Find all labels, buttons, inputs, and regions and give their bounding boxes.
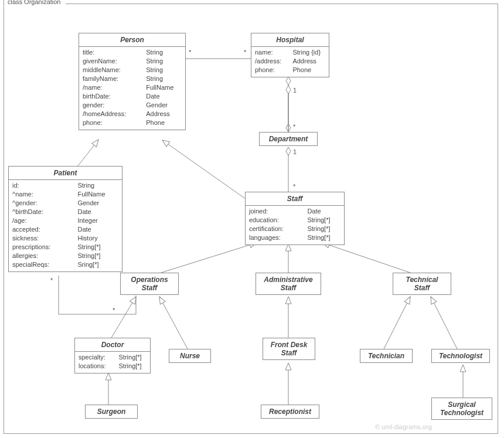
attr-row: specialty:String[*]: [79, 353, 147, 362]
attr-row: locations:String[*]: [79, 362, 147, 371]
attr-type: Date: [77, 208, 118, 216]
attr-name: phone:: [255, 66, 292, 74]
attr-row: /address:Address: [255, 57, 325, 66]
title-line1: Front Desk: [271, 341, 308, 349]
attr-row: languages:String[*]: [249, 233, 340, 242]
attr-name: prescriptions:: [12, 243, 77, 252]
class-attrs: title:StringgivenName:StringmiddleName:S…: [79, 47, 185, 130]
attr-row: ^birthDate:Date: [12, 208, 118, 216]
attr-type: Phone: [146, 118, 182, 127]
attr-type: String: [77, 181, 118, 190]
attr-type: String {id}: [292, 48, 325, 57]
attr-type: Date: [77, 225, 118, 234]
attr-row: familyName:String: [83, 74, 182, 83]
attr-row: middleName:String: [83, 66, 182, 74]
title-line2: Staff: [142, 284, 157, 292]
attr-type: String: [146, 48, 182, 57]
title-line2: Technologist: [440, 409, 483, 417]
attr-row: name:String {id}: [255, 48, 325, 57]
class-title: Surgical Technologist: [432, 398, 492, 419]
class-title: Front Desk Staff: [263, 338, 315, 359]
class-title: Technician: [360, 349, 412, 362]
class-patient: Patient id:String^name:FullName^gender:G…: [8, 166, 122, 272]
attr-name: sickness:: [12, 234, 77, 243]
attr-type: String: [146, 66, 182, 74]
title-line2: Staff: [281, 284, 296, 292]
attr-name: /address:: [255, 57, 292, 66]
attr-row: phone:Phone: [255, 66, 325, 74]
attr-row: ^name:FullName: [12, 190, 118, 199]
attr-row: givenName:String: [83, 57, 182, 66]
attr-name: specialReqs:: [12, 260, 77, 269]
attr-type: Gender: [146, 101, 182, 110]
attr-row: ^gender:Gender: [12, 199, 118, 208]
attr-row: title:String: [83, 48, 182, 57]
attr-type: String[*]: [77, 252, 118, 260]
attr-row: prescriptions:String[*]: [12, 243, 118, 252]
attr-row: accepted:Date: [12, 225, 118, 234]
class-title: Administrative Staff: [256, 273, 321, 294]
class-surgeon: Surgeon: [85, 405, 138, 419]
attr-name: allergies:: [12, 252, 77, 260]
class-technologist: Technologist: [431, 349, 490, 363]
attr-name: locations:: [79, 362, 119, 371]
attr-type: Address: [146, 110, 182, 118]
attr-name: birthDate:: [83, 92, 146, 101]
class-attrs: specialty:String[*]locations:String[*]: [75, 352, 150, 373]
attr-name: specialty:: [79, 353, 119, 362]
attr-name: /homeAddress:: [83, 110, 146, 118]
class-attrs: name:String {id}/address:Addressphone:Ph…: [251, 47, 329, 77]
attr-name: gender:: [83, 101, 146, 110]
class-title: Staff: [246, 192, 344, 206]
attr-name: ^name:: [12, 190, 77, 199]
attr-name: /age:: [12, 216, 77, 225]
attr-name: givenName:: [83, 57, 146, 66]
attr-name: accepted:: [12, 225, 77, 234]
class-technical-staff: Technical Staff: [393, 273, 451, 295]
attr-type: String[*]: [119, 362, 147, 371]
attr-name: ^birthDate:: [12, 208, 77, 216]
attr-name: languages:: [249, 233, 307, 242]
class-title: Receptionist: [261, 405, 319, 418]
attr-name: joined:: [249, 207, 307, 216]
attr-row: phone:Phone: [83, 118, 182, 127]
class-title: Department: [260, 133, 317, 145]
attr-row: gender:Gender: [83, 101, 182, 110]
class-department: Department: [259, 132, 318, 146]
title-line1: Administrative: [264, 276, 312, 284]
attr-type: Integer: [77, 216, 118, 225]
attr-name: name:: [255, 48, 292, 57]
attr-type: String[*]: [307, 216, 340, 225]
attr-type: FullName: [77, 190, 118, 199]
watermark: © uml-diagrams.org: [375, 423, 432, 430]
class-hospital: Hospital name:String {id}/address:Addres…: [251, 33, 329, 77]
attr-name: education:: [249, 216, 307, 225]
attr-name: id:: [12, 181, 77, 190]
class-title: Doctor: [75, 338, 150, 352]
class-title: Surgeon: [86, 405, 137, 418]
title-line2: Staff: [414, 284, 430, 292]
class-title: Operations Staff: [121, 273, 178, 294]
attr-row: /name:FullName: [83, 83, 182, 92]
attr-type: String[*]: [77, 243, 118, 252]
attr-row: specialReqs:Sring[*]: [12, 260, 118, 269]
class-doctor: Doctor specialty:String[*]locations:Stri…: [74, 338, 151, 374]
title-line1: Operations: [131, 276, 168, 284]
class-surgical-technologist: Surgical Technologist: [431, 398, 492, 420]
multiplicity: 1: [293, 148, 297, 155]
class-title: Person: [79, 33, 185, 47]
class-title: Technologist: [432, 349, 489, 362]
attr-row: certification:String[*]: [249, 225, 340, 233]
attr-row: /age:Integer: [12, 216, 118, 225]
attr-row: birthDate:Date: [83, 92, 182, 101]
class-title: Hospital: [251, 33, 329, 47]
attr-type: Date: [307, 207, 340, 216]
class-operations-staff: Operations Staff: [120, 273, 179, 295]
multiplicity: *: [244, 49, 246, 56]
multiplicity: *: [189, 49, 191, 56]
title-line1: Technical: [406, 276, 438, 284]
class-attrs: joined:Dateeducation:String[*]certificat…: [246, 206, 344, 245]
attr-type: Date: [146, 92, 182, 101]
attr-name: middleName:: [83, 66, 146, 74]
attr-name: title:: [83, 48, 146, 57]
